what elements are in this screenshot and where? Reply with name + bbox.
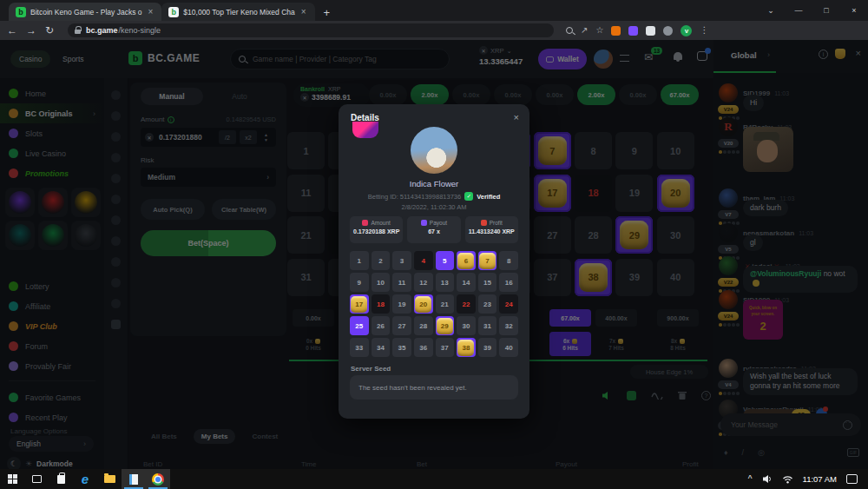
new-tab-button[interactable]: + xyxy=(324,6,331,21)
modal-keno-cell-26: 26 xyxy=(372,316,391,335)
tab-search-icon[interactable]: ⌄ xyxy=(757,0,785,21)
browser-tab-bar: b Bitcoin Keno Game - Play Jacks o × b $… xyxy=(0,0,868,21)
chrome-icon xyxy=(152,473,164,486)
modal-keno-cell-33: 33 xyxy=(350,338,369,357)
store-button[interactable] xyxy=(49,469,73,489)
modal-hit-ball: 7 xyxy=(479,253,496,269)
stat-card-amount: Amount0.17320188 XRP xyxy=(350,216,403,243)
modal-keno-cell-21: 21 xyxy=(436,294,455,314)
modal-keno-cell-5: 5 xyxy=(436,251,455,270)
windows-logo-icon xyxy=(8,474,17,484)
minimize-button[interactable]: — xyxy=(785,0,812,21)
modal-keno-cell-40: 40 xyxy=(499,338,518,357)
window-controls: ⌄ — □ × xyxy=(757,0,868,21)
modal-keno-cell-35: 35 xyxy=(392,338,411,357)
stat-value: 11.4313240 XRP xyxy=(465,228,518,235)
modal-keno-cell-15: 15 xyxy=(478,273,497,292)
modal-keno-cell-4: 4 xyxy=(414,251,433,270)
edge-icon: e xyxy=(82,472,89,486)
modal-hit-ball: 17 xyxy=(351,296,367,313)
browser-tab-promo[interactable]: b $10,000 Top Tier Keno Mixed Cha × xyxy=(161,3,314,21)
modal-keno-cell-32: 32 xyxy=(499,316,518,335)
modal-title: Details xyxy=(351,113,379,122)
volume-icon[interactable] xyxy=(762,474,773,484)
extension-icon[interactable] xyxy=(611,26,621,36)
modal-keno-cell-2: 2 xyxy=(372,251,391,270)
maximize-button[interactable]: □ xyxy=(812,0,840,21)
file-explorer-button[interactable] xyxy=(97,469,122,489)
profit-icon xyxy=(481,220,487,226)
modal-keno-cell-28: 28 xyxy=(414,316,433,335)
modal-keno-cell-39: 39 xyxy=(478,338,497,357)
url-host: bc.game xyxy=(86,26,118,35)
bcgame-app: Casino Sports b BC.GAME ✕ XRP ⌄ 13.33654… xyxy=(0,40,868,469)
forward-icon[interactable]: → xyxy=(26,25,36,36)
modal-hit-ball: 38 xyxy=(457,340,474,356)
profile-avatar[interactable]: v xyxy=(681,25,692,36)
extension-icon[interactable] xyxy=(628,26,638,36)
browser-tab-keno[interactable]: b Bitcoin Keno Game - Play Jacks o × xyxy=(9,3,161,21)
modal-keno-cell-9: 9 xyxy=(350,273,369,292)
close-button[interactable]: × xyxy=(840,0,868,21)
stat-value: 67 x xyxy=(407,228,460,235)
modal-keno-cell-19: 19 xyxy=(392,294,411,314)
verified-shield-icon: ✓ xyxy=(464,192,473,201)
folder-icon xyxy=(104,475,115,483)
tray-expand-icon[interactable]: ^ xyxy=(748,474,753,484)
reload-icon[interactable]: ↻ xyxy=(45,25,54,36)
modal-close-icon[interactable]: × xyxy=(514,112,519,122)
modal-keno-cell-13: 13 xyxy=(436,273,455,292)
player-avatar[interactable] xyxy=(411,127,457,174)
modal-keno-cell-23: 23 xyxy=(478,294,497,314)
modal-keno-cell-7: 7 xyxy=(478,251,497,270)
bookmark-star-icon[interactable]: ☆ xyxy=(595,26,603,35)
address-bar[interactable]: bc.game /keno-single xyxy=(68,23,554,37)
modal-keno-grid: 1234567891011121314151617181920212223242… xyxy=(350,251,518,357)
modal-keno-cell-27: 27 xyxy=(392,316,411,335)
back-icon[interactable]: ← xyxy=(7,25,17,36)
modal-keno-cell-6: 6 xyxy=(457,251,476,270)
system-tray: ^ 11:07 AM xyxy=(748,474,868,484)
extension-icon[interactable] xyxy=(646,26,655,36)
player-name: Indica Flower xyxy=(339,179,529,188)
modal-keno-cell-8: 8 xyxy=(499,251,518,270)
modal-hit-ball: 20 xyxy=(415,296,431,313)
modal-keno-cell-18: 18 xyxy=(372,294,391,314)
task-view-button[interactable] xyxy=(24,469,49,489)
modal-keno-cell-22: 22 xyxy=(457,294,476,314)
puzzle-extensions-icon[interactable] xyxy=(663,26,673,36)
browser-toolbar: ← → ↻ bc.game /keno-single ↗ ☆ v ⋮ xyxy=(0,21,868,40)
menu-dots-icon[interactable]: ⋮ xyxy=(700,26,708,35)
modal-keno-cell-17: 17 xyxy=(350,294,369,314)
stat-card-profit: Profit11.4313240 XRP xyxy=(465,216,518,243)
action-center-icon[interactable] xyxy=(846,474,858,484)
modal-keno-cell-37: 37 xyxy=(436,338,455,357)
lock-icon xyxy=(75,30,81,34)
url-path: /keno-single xyxy=(119,26,161,35)
medal-image xyxy=(352,122,378,138)
modal-hit-ball: 29 xyxy=(437,318,453,334)
start-button[interactable] xyxy=(0,469,24,489)
verified-label[interactable]: Verified xyxy=(477,193,500,201)
wifi-icon[interactable] xyxy=(782,475,793,484)
tab-close-icon[interactable]: × xyxy=(147,7,155,17)
search-icon[interactable] xyxy=(566,27,573,34)
clock[interactable]: 11:07 AM xyxy=(803,474,837,484)
store-icon xyxy=(57,475,65,484)
server-seed-value: The seed hasn't been revealed yet. xyxy=(350,375,518,400)
task-view-icon xyxy=(32,475,42,483)
modal-keno-cell-20: 20 xyxy=(414,294,433,314)
chrome-button[interactable] xyxy=(146,469,170,489)
toolbar-icons: ↗ ☆ v ⋮ xyxy=(566,25,708,36)
notes-app-button[interactable] xyxy=(122,469,146,489)
bet-details-modal: Details × Indica Flower Betting ID: 5114… xyxy=(339,104,529,419)
tab-title: $10,000 Top Tier Keno Mixed Cha xyxy=(183,8,294,17)
amount-icon xyxy=(362,220,368,226)
share-icon[interactable]: ↗ xyxy=(581,26,588,35)
tab-close-icon[interactable]: × xyxy=(299,7,308,17)
modal-keno-cell-11: 11 xyxy=(392,273,411,292)
bet-date: 2/8/2022, 11:02:30 AM xyxy=(339,203,529,211)
edge-button[interactable]: e xyxy=(73,469,97,489)
modal-keno-cell-36: 36 xyxy=(414,338,433,357)
modal-keno-cell-29: 29 xyxy=(436,316,455,335)
